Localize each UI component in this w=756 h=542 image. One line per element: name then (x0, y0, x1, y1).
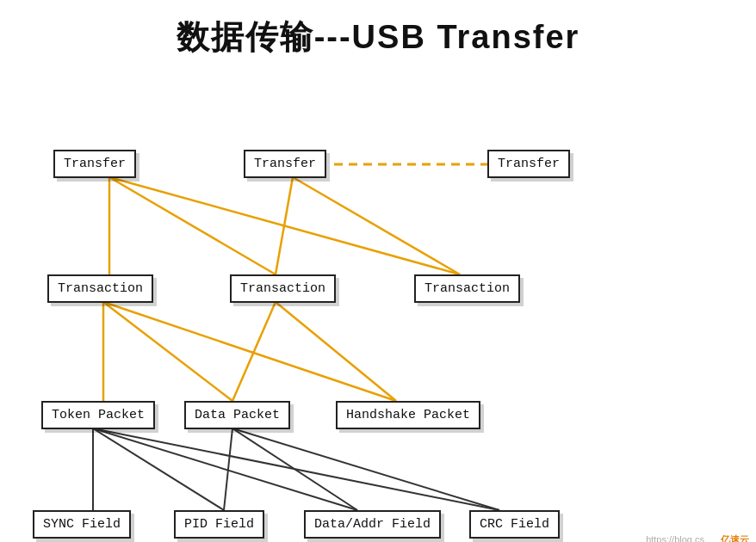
svg-line-10 (276, 302, 396, 401)
box-transaction-2: Transaction (230, 274, 336, 303)
box-transfer-1: Transfer (53, 150, 136, 178)
svg-line-13 (93, 428, 357, 510)
box-transfer-2: Transfer (244, 150, 326, 178)
svg-line-14 (93, 428, 499, 510)
box-transaction-3: Transaction (414, 274, 520, 303)
diagram-area: Transfer Transfer Transfer Transaction T… (0, 68, 756, 542)
box-handshake-packet: Handshake Packet (336, 401, 480, 429)
svg-line-7 (103, 302, 232, 401)
svg-line-9 (232, 302, 276, 401)
svg-line-2 (109, 177, 276, 274)
svg-line-15 (224, 428, 232, 510)
box-data-packet: Data Packet (184, 401, 290, 429)
svg-line-5 (293, 177, 460, 274)
svg-line-12 (93, 428, 224, 510)
box-pid-field: PID Field (174, 510, 264, 539)
svg-line-17 (232, 428, 499, 510)
svg-line-3 (109, 177, 460, 274)
box-sync-field: SYNC Field (33, 510, 131, 539)
svg-line-8 (103, 302, 396, 401)
arrows-svg (0, 68, 756, 542)
logo: 亿速云 (721, 533, 749, 542)
box-crc-field: CRC Field (469, 510, 560, 539)
box-transaction-1: Transaction (47, 274, 153, 303)
svg-line-16 (232, 428, 357, 510)
box-token-packet: Token Packet (41, 401, 155, 429)
box-data-addr-field: Data/Addr Field (304, 510, 441, 539)
box-transfer-3: Transfer (487, 150, 570, 178)
page-title: 数据传输---USB Transfer (0, 0, 756, 68)
watermark: https://blog.cs (646, 534, 704, 542)
svg-line-4 (276, 177, 293, 274)
